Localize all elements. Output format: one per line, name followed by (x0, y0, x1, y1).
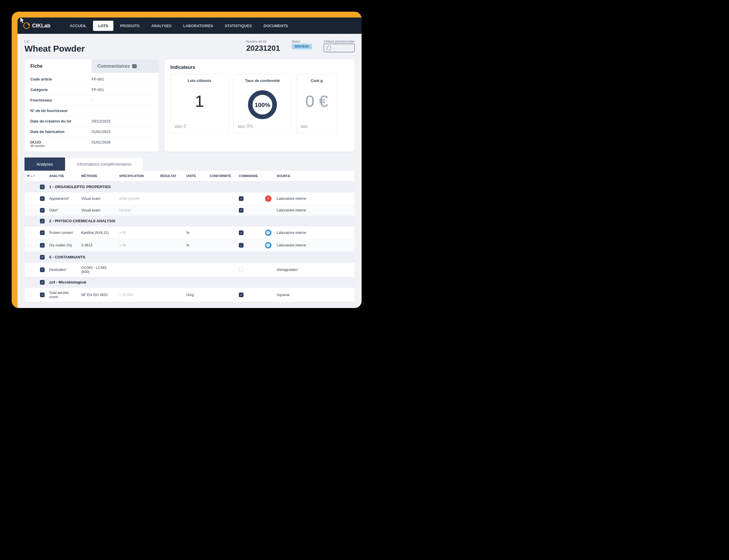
cell-source: Laboratoire interne (275, 192, 355, 205)
drag-handle[interactable]: ⋮⋮ (27, 197, 33, 200)
nav-item-documents[interactable]: DOCUMENTS (258, 21, 293, 31)
status-label: Statut (292, 40, 312, 43)
commande-checkbox[interactable] (239, 267, 244, 272)
row-checkbox[interactable]: ✓ (40, 243, 45, 248)
drag-handle[interactable]: ⋮⋮ (27, 231, 33, 235)
cell-specification[interactable] (117, 263, 158, 277)
cell-specification[interactable]: > 60 (117, 227, 158, 239)
analysis-row: ⋮⋮✓Appearance*Visual examwhite powder✓!L… (25, 192, 355, 205)
cell-conformite (207, 205, 237, 216)
cell-specification[interactable]: > 98 (117, 239, 158, 252)
nav-item-analyses[interactable]: ANALYSES (146, 21, 177, 31)
cell-specification[interactable]: white powder (117, 192, 158, 205)
tab-info-compl[interactable]: Informations complémentaires (65, 157, 144, 171)
analyses-table-card: 👁▲▼ANALYSEMÉTHODESPÉCIFICATIONRÉSULTATUN… (25, 171, 355, 302)
closure-date-picker[interactable]: - (324, 44, 355, 52)
nav-item-accueil[interactable]: ACCUEIL (64, 21, 92, 31)
indicators-card: Indicateurs Lots clôturés12022: 0Taux de… (165, 59, 355, 152)
group-checkbox[interactable]: ✓ (40, 219, 45, 223)
status-badge: NOUVEAU (292, 44, 312, 49)
nav-item-laboratoires[interactable]: LABORATOIRES (178, 21, 219, 31)
analysis-row: ⋮⋮✓Protein contentKjeldhal (NX6.32)> 60%… (25, 227, 355, 239)
cell-unite: % (184, 227, 207, 239)
cell-unite: cfu/g (184, 288, 207, 302)
nav-item-produits[interactable]: PRODUITS (115, 21, 145, 31)
group-checkbox[interactable]: ✓ (40, 280, 45, 285)
commande-checkbox[interactable]: ✓ (239, 196, 244, 201)
cell-resultat[interactable] (158, 288, 184, 302)
cell-analyse: Appearance* (47, 192, 79, 205)
row-checkbox[interactable]: ✓ (40, 267, 45, 272)
drag-handle[interactable]: ⋮⋮ (27, 209, 33, 212)
cell-resultat[interactable] (158, 205, 184, 216)
row-checkbox[interactable]: ✓ (40, 230, 45, 235)
cell-resultat[interactable] (158, 263, 184, 277)
fiche-row: Fournisseur- (25, 95, 159, 105)
analyses-table: 👁▲▼ANALYSEMÉTHODESPÉCIFICATIONRÉSULTATUN… (25, 171, 355, 302)
group-checkbox[interactable]: ✓ (40, 185, 45, 189)
nav-item-statistiques[interactable]: STATISTIQUES (220, 21, 257, 31)
drag-handle[interactable]: ⋮⋮ (27, 244, 33, 247)
cell-analyse: Pesticides* (47, 263, 79, 277)
cell-unite (184, 263, 207, 277)
cell-source: Laboratoire interne (275, 205, 355, 216)
group-checkbox[interactable]: ✓ (40, 255, 45, 260)
fiche-card: Fiche Commentaires Code articleFP-001Cat… (25, 59, 159, 152)
cell-source: Alimagrolabs* (275, 263, 355, 277)
cell-specification[interactable]: < 10 000 (117, 288, 158, 302)
drag-handle[interactable]: ⋮⋮ (27, 293, 33, 297)
cell-commande: ✓ (237, 205, 263, 216)
lotnum-value: 20231201 (247, 44, 280, 53)
tab-comments[interactable]: Commentaires (92, 59, 159, 73)
analysis-row: ⋮⋮✓Pesticides*GC/MS - LC/MS (600)Alimagr… (25, 263, 355, 277)
tab-analyses[interactable]: Analyses (25, 157, 65, 171)
row-checkbox[interactable]: ✓ (40, 293, 45, 297)
row-checkbox[interactable]: ✓ (40, 208, 45, 213)
cell-analyse: Protein content (47, 227, 79, 239)
cell-conformite (207, 192, 237, 205)
comment-icon (132, 64, 137, 68)
commande-checkbox[interactable]: ✓ (239, 243, 244, 248)
topbar: CIKLab ACCUEILLOTSPRODUITSANALYSESLABORA… (18, 17, 362, 34)
cell-resultat[interactable] (158, 227, 184, 239)
cell-unite (184, 192, 207, 205)
analysis-row: ⋮⋮✓Dry matter (%)S 9613> 98%✓🕐Laboratoir… (25, 239, 355, 252)
cell-specification[interactable]: Neutral (117, 205, 158, 216)
commande-checkbox[interactable]: ✓ (239, 208, 244, 213)
row-checkbox[interactable]: ✓ (40, 196, 45, 201)
cell-conformite (207, 288, 237, 302)
lot-header: Lot Wheat Powder Numéro de lot 20231201 … (25, 40, 355, 54)
cell-resultat[interactable] (158, 192, 184, 205)
cell-commande: ✓ (237, 288, 263, 302)
brand-name: CIKLab (32, 23, 50, 29)
cell-source: Laboratoire interne (275, 227, 355, 239)
lotnum-label: Numéro de lot (247, 40, 280, 43)
group-header-row: ✓2 - PHYSICO-CHEMICALS ANALYSIS (25, 216, 355, 227)
cell-status: 🕐 (263, 239, 275, 252)
cursor-icon (20, 17, 25, 25)
visibility-sort-icon[interactable]: 👁▲▼ (27, 174, 35, 178)
cell-analyse: Total aerobic count (47, 288, 79, 302)
nav-item-lots[interactable]: LOTS (93, 21, 114, 31)
cell-commande: ✓ (237, 192, 263, 205)
fiche-row: N° de lot fournisseur (25, 105, 159, 116)
cell-source: Aquanal (275, 288, 355, 302)
lot-name: Wheat Powder (25, 44, 85, 54)
cell-resultat[interactable] (158, 239, 184, 252)
cell-unite (184, 205, 207, 216)
cell-source: Laboratoire interne (275, 239, 355, 252)
drag-handle[interactable]: ⋮⋮ (27, 268, 33, 272)
analysis-row: ⋮⋮✓Total aerobic countNF EN ISO 4833< 10… (25, 288, 355, 302)
commande-checkbox[interactable]: ✓ (239, 293, 244, 297)
brand-logo[interactable]: CIKLab (23, 22, 50, 29)
cell-methode: Visual exam (79, 205, 117, 216)
tab-fiche[interactable]: Fiche (25, 59, 92, 73)
cell-methode: Visual exam (79, 192, 117, 205)
fiche-row: Date de fabrication01/01/2023 (25, 126, 159, 137)
closure-label: Clôture prévisionnelle (324, 40, 355, 43)
group-header-row: ✓1 - ORGANOLEPTIC PROPERTIES (25, 181, 355, 193)
indicator-box: Taux de conformité100%2022: 0% (233, 74, 292, 133)
commande-checkbox[interactable]: ✓ (239, 230, 244, 235)
main-nav: ACCUEILLOTSPRODUITSANALYSESLABORATOIRESS… (64, 21, 293, 31)
indicator-box: Lots clôturés12022: 0 (170, 74, 229, 133)
